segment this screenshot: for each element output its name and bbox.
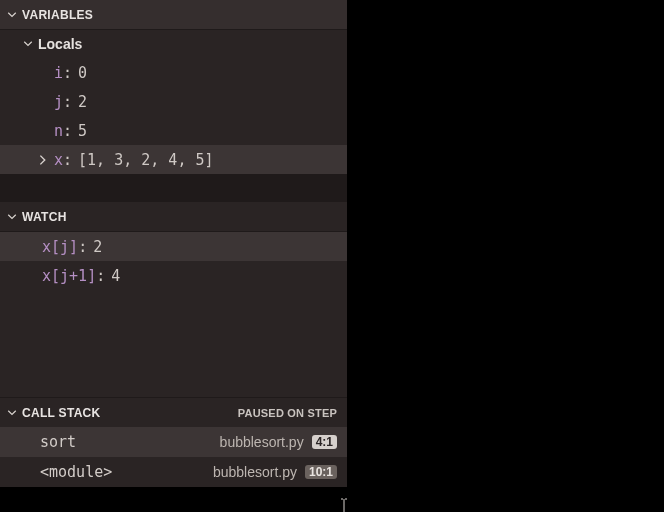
locals-variable-list: i: 0 j: 2 n: 5 x: [1, 3, 2, 4, 5] <box>0 58 347 174</box>
chevron-right-icon <box>36 153 50 167</box>
variable-colon: : <box>63 64 72 82</box>
locals-scope-header[interactable]: Locals <box>0 30 347 58</box>
variable-row-expandable[interactable]: x: [1, 3, 2, 4, 5] <box>0 145 347 174</box>
watch-row[interactable]: x[j]: 2 <box>0 232 347 261</box>
variables-section-header[interactable]: VARIABLES <box>0 0 347 30</box>
watch-value: 4 <box>111 267 120 285</box>
watch-row[interactable]: x[j+1]: 4 <box>0 261 347 290</box>
variable-value: 5 <box>78 122 87 140</box>
watch-section-title: WATCH <box>22 210 67 224</box>
watch-section-header[interactable]: WATCH <box>0 202 347 232</box>
variable-value: 2 <box>78 93 87 111</box>
stack-frame-row[interactable]: <module> bubblesort.py 10:1 <box>0 457 347 487</box>
watch-colon: : <box>78 238 87 256</box>
locals-scope-title: Locals <box>38 36 82 52</box>
watch-value: 2 <box>93 238 102 256</box>
debug-sidebar: VARIABLES Locals i: 0 j: 2 n: 5 x: [1, 3… <box>0 0 347 487</box>
stack-frame-position: 10:1 <box>305 465 337 479</box>
watch-expression: x[j+1] <box>42 267 96 285</box>
stack-frame-row[interactable]: sort bubblesort.py 4:1 <box>0 427 347 457</box>
section-gap <box>0 174 347 202</box>
stack-frame-position: 4:1 <box>312 435 337 449</box>
watch-list: x[j]: 2 x[j+1]: 4 <box>0 232 347 397</box>
variable-row[interactable]: n: 5 <box>0 116 347 145</box>
variables-section-title: VARIABLES <box>22 8 93 22</box>
variable-name: n <box>54 122 63 140</box>
chevron-down-icon <box>6 211 18 223</box>
chevron-down-icon <box>22 38 34 50</box>
callstack-section-title: CALL STACK <box>22 406 101 420</box>
stack-frame-function: sort <box>40 433 76 451</box>
watch-expression: x[j] <box>42 238 78 256</box>
variable-row[interactable]: j: 2 <box>0 87 347 116</box>
variable-name: j <box>54 93 63 111</box>
callstack-section-header[interactable]: CALL STACK PAUSED ON STEP <box>0 397 347 427</box>
variable-name: x <box>54 151 63 169</box>
variable-value: [1, 3, 2, 4, 5] <box>78 151 213 169</box>
debug-status-label: PAUSED ON STEP <box>238 407 337 419</box>
text-cursor-icon <box>339 498 349 512</box>
variable-name: i <box>54 64 63 82</box>
stack-frame-function: <module> <box>40 463 112 481</box>
variable-colon: : <box>63 151 72 169</box>
stack-frame-file: bubblesort.py <box>220 434 304 450</box>
chevron-down-icon <box>6 407 18 419</box>
callstack-list: sort bubblesort.py 4:1 <module> bubbleso… <box>0 427 347 487</box>
variable-value: 0 <box>78 64 87 82</box>
variable-colon: : <box>63 93 72 111</box>
variable-row[interactable]: i: 0 <box>0 58 347 87</box>
variable-colon: : <box>63 122 72 140</box>
stack-frame-file: bubblesort.py <box>213 464 297 480</box>
watch-colon: : <box>96 267 105 285</box>
chevron-down-icon <box>6 9 18 21</box>
